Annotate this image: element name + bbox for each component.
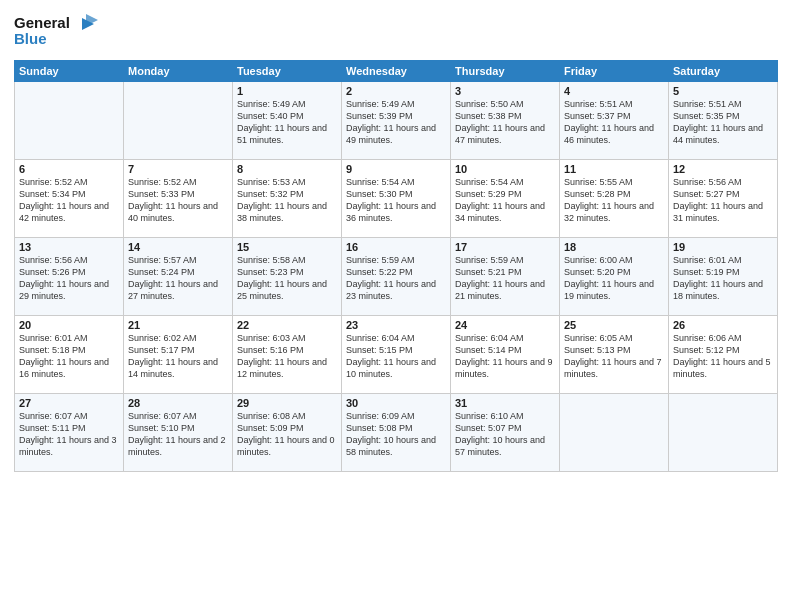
- day-content: Sunrise: 5:56 AMSunset: 5:26 PMDaylight:…: [19, 254, 119, 303]
- calendar-cell: 9Sunrise: 5:54 AMSunset: 5:30 PMDaylight…: [342, 160, 451, 238]
- day-content: Sunrise: 6:02 AMSunset: 5:17 PMDaylight:…: [128, 332, 228, 381]
- calendar-cell: 1Sunrise: 5:49 AMSunset: 5:40 PMDaylight…: [233, 82, 342, 160]
- calendar-cell: [560, 394, 669, 472]
- day-content: Sunrise: 6:01 AMSunset: 5:19 PMDaylight:…: [673, 254, 773, 303]
- day-content: Sunrise: 6:07 AMSunset: 5:11 PMDaylight:…: [19, 410, 119, 459]
- calendar-cell: 28Sunrise: 6:07 AMSunset: 5:10 PMDayligh…: [124, 394, 233, 472]
- column-header-friday: Friday: [560, 61, 669, 82]
- day-number: 20: [19, 319, 119, 331]
- day-content: Sunrise: 5:52 AMSunset: 5:33 PMDaylight:…: [128, 176, 228, 225]
- day-content: Sunrise: 5:54 AMSunset: 5:30 PMDaylight:…: [346, 176, 446, 225]
- day-number: 12: [673, 163, 773, 175]
- calendar-cell: 26Sunrise: 6:06 AMSunset: 5:12 PMDayligh…: [669, 316, 778, 394]
- calendar-cell: 15Sunrise: 5:58 AMSunset: 5:23 PMDayligh…: [233, 238, 342, 316]
- week-row-2: 6Sunrise: 5:52 AMSunset: 5:34 PMDaylight…: [15, 160, 778, 238]
- calendar-cell: 22Sunrise: 6:03 AMSunset: 5:16 PMDayligh…: [233, 316, 342, 394]
- day-number: 6: [19, 163, 119, 175]
- calendar-cell: 2Sunrise: 5:49 AMSunset: 5:39 PMDaylight…: [342, 82, 451, 160]
- day-number: 5: [673, 85, 773, 97]
- logo: General Blue: [14, 10, 109, 54]
- calendar-cell: 3Sunrise: 5:50 AMSunset: 5:38 PMDaylight…: [451, 82, 560, 160]
- day-number: 24: [455, 319, 555, 331]
- day-content: Sunrise: 5:50 AMSunset: 5:38 PMDaylight:…: [455, 98, 555, 147]
- day-number: 14: [128, 241, 228, 253]
- calendar-cell: [124, 82, 233, 160]
- day-number: 19: [673, 241, 773, 253]
- day-number: 22: [237, 319, 337, 331]
- column-header-saturday: Saturday: [669, 61, 778, 82]
- day-number: 2: [346, 85, 446, 97]
- day-number: 29: [237, 397, 337, 409]
- header: General Blue: [14, 10, 778, 54]
- day-number: 27: [19, 397, 119, 409]
- day-content: Sunrise: 5:59 AMSunset: 5:22 PMDaylight:…: [346, 254, 446, 303]
- day-content: Sunrise: 5:52 AMSunset: 5:34 PMDaylight:…: [19, 176, 119, 225]
- calendar-cell: 5Sunrise: 5:51 AMSunset: 5:35 PMDaylight…: [669, 82, 778, 160]
- day-content: Sunrise: 6:03 AMSunset: 5:16 PMDaylight:…: [237, 332, 337, 381]
- day-number: 8: [237, 163, 337, 175]
- column-header-sunday: Sunday: [15, 61, 124, 82]
- day-content: Sunrise: 6:08 AMSunset: 5:09 PMDaylight:…: [237, 410, 337, 459]
- day-number: 28: [128, 397, 228, 409]
- day-number: 18: [564, 241, 664, 253]
- day-content: Sunrise: 6:06 AMSunset: 5:12 PMDaylight:…: [673, 332, 773, 381]
- day-number: 31: [455, 397, 555, 409]
- day-content: Sunrise: 6:01 AMSunset: 5:18 PMDaylight:…: [19, 332, 119, 381]
- column-header-tuesday: Tuesday: [233, 61, 342, 82]
- logo-text: General Blue: [14, 10, 109, 54]
- day-number: 25: [564, 319, 664, 331]
- day-content: Sunrise: 6:04 AMSunset: 5:14 PMDaylight:…: [455, 332, 555, 381]
- calendar-cell: 25Sunrise: 6:05 AMSunset: 5:13 PMDayligh…: [560, 316, 669, 394]
- day-number: 7: [128, 163, 228, 175]
- day-content: Sunrise: 6:09 AMSunset: 5:08 PMDaylight:…: [346, 410, 446, 459]
- calendar-cell: 24Sunrise: 6:04 AMSunset: 5:14 PMDayligh…: [451, 316, 560, 394]
- calendar-page: General Blue SundayMondayTuesdayWednesda…: [0, 0, 792, 612]
- day-content: Sunrise: 5:51 AMSunset: 5:37 PMDaylight:…: [564, 98, 664, 147]
- day-number: 11: [564, 163, 664, 175]
- day-content: Sunrise: 6:10 AMSunset: 5:07 PMDaylight:…: [455, 410, 555, 459]
- calendar-cell: [669, 394, 778, 472]
- calendar-cell: 14Sunrise: 5:57 AMSunset: 5:24 PMDayligh…: [124, 238, 233, 316]
- week-row-3: 13Sunrise: 5:56 AMSunset: 5:26 PMDayligh…: [15, 238, 778, 316]
- calendar-cell: 23Sunrise: 6:04 AMSunset: 5:15 PMDayligh…: [342, 316, 451, 394]
- day-number: 16: [346, 241, 446, 253]
- day-number: 17: [455, 241, 555, 253]
- day-number: 4: [564, 85, 664, 97]
- calendar-cell: 21Sunrise: 6:02 AMSunset: 5:17 PMDayligh…: [124, 316, 233, 394]
- calendar-cell: 19Sunrise: 6:01 AMSunset: 5:19 PMDayligh…: [669, 238, 778, 316]
- week-row-5: 27Sunrise: 6:07 AMSunset: 5:11 PMDayligh…: [15, 394, 778, 472]
- svg-text:Blue: Blue: [14, 30, 47, 47]
- day-content: Sunrise: 5:56 AMSunset: 5:27 PMDaylight:…: [673, 176, 773, 225]
- day-number: 3: [455, 85, 555, 97]
- column-header-wednesday: Wednesday: [342, 61, 451, 82]
- day-content: Sunrise: 6:00 AMSunset: 5:20 PMDaylight:…: [564, 254, 664, 303]
- day-number: 15: [237, 241, 337, 253]
- day-content: Sunrise: 5:53 AMSunset: 5:32 PMDaylight:…: [237, 176, 337, 225]
- day-number: 9: [346, 163, 446, 175]
- column-header-thursday: Thursday: [451, 61, 560, 82]
- calendar-cell: 17Sunrise: 5:59 AMSunset: 5:21 PMDayligh…: [451, 238, 560, 316]
- day-number: 23: [346, 319, 446, 331]
- calendar-cell: 30Sunrise: 6:09 AMSunset: 5:08 PMDayligh…: [342, 394, 451, 472]
- week-row-4: 20Sunrise: 6:01 AMSunset: 5:18 PMDayligh…: [15, 316, 778, 394]
- day-number: 21: [128, 319, 228, 331]
- day-content: Sunrise: 5:54 AMSunset: 5:29 PMDaylight:…: [455, 176, 555, 225]
- calendar-cell: 20Sunrise: 6:01 AMSunset: 5:18 PMDayligh…: [15, 316, 124, 394]
- day-number: 30: [346, 397, 446, 409]
- day-content: Sunrise: 5:49 AMSunset: 5:40 PMDaylight:…: [237, 98, 337, 147]
- day-content: Sunrise: 5:49 AMSunset: 5:39 PMDaylight:…: [346, 98, 446, 147]
- day-content: Sunrise: 5:55 AMSunset: 5:28 PMDaylight:…: [564, 176, 664, 225]
- day-number: 10: [455, 163, 555, 175]
- day-content: Sunrise: 6:05 AMSunset: 5:13 PMDaylight:…: [564, 332, 664, 381]
- day-content: Sunrise: 6:04 AMSunset: 5:15 PMDaylight:…: [346, 332, 446, 381]
- day-content: Sunrise: 5:51 AMSunset: 5:35 PMDaylight:…: [673, 98, 773, 147]
- calendar-cell: 4Sunrise: 5:51 AMSunset: 5:37 PMDaylight…: [560, 82, 669, 160]
- calendar-cell: 31Sunrise: 6:10 AMSunset: 5:07 PMDayligh…: [451, 394, 560, 472]
- calendar-cell: 29Sunrise: 6:08 AMSunset: 5:09 PMDayligh…: [233, 394, 342, 472]
- day-number: 1: [237, 85, 337, 97]
- calendar-cell: 8Sunrise: 5:53 AMSunset: 5:32 PMDaylight…: [233, 160, 342, 238]
- column-header-monday: Monday: [124, 61, 233, 82]
- calendar-cell: 27Sunrise: 6:07 AMSunset: 5:11 PMDayligh…: [15, 394, 124, 472]
- day-content: Sunrise: 5:57 AMSunset: 5:24 PMDaylight:…: [128, 254, 228, 303]
- calendar-cell: 16Sunrise: 5:59 AMSunset: 5:22 PMDayligh…: [342, 238, 451, 316]
